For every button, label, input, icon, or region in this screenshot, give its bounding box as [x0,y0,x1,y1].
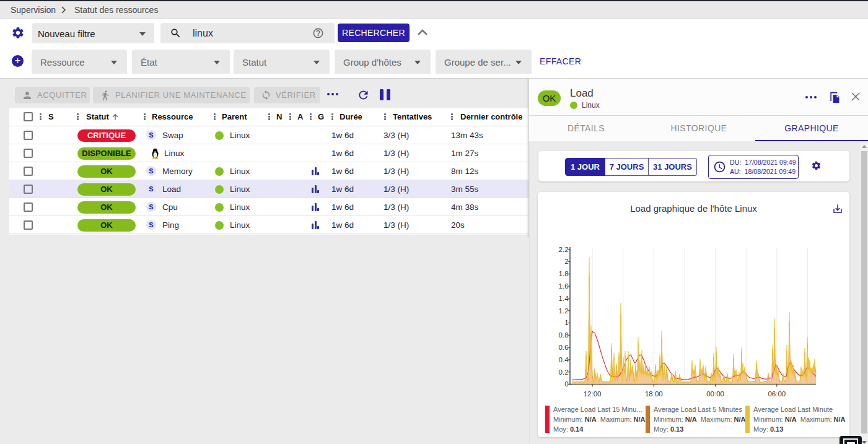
svg-text:1.2: 1.2 [559,307,569,315]
svg-text:0.2: 0.2 [559,368,569,376]
svg-text:00:00: 00:00 [706,390,724,398]
svg-text:12:00: 12:00 [584,390,602,398]
svg-text:1.8: 1.8 [559,270,569,277]
svg-text:0: 0 [564,380,568,388]
svg-text:1: 1 [564,319,568,326]
svg-text:2: 2 [564,258,568,265]
svg-text:06:00: 06:00 [768,390,786,398]
svg-text:18:00: 18:00 [645,390,663,398]
svg-text:2.2: 2.2 [559,246,569,253]
svg-text:0.8: 0.8 [559,331,569,339]
svg-text:0.6: 0.6 [559,344,569,351]
svg-text:0.4: 0.4 [559,356,569,363]
svg-text:1.4: 1.4 [559,295,569,302]
svg-text:1.6: 1.6 [559,282,569,290]
